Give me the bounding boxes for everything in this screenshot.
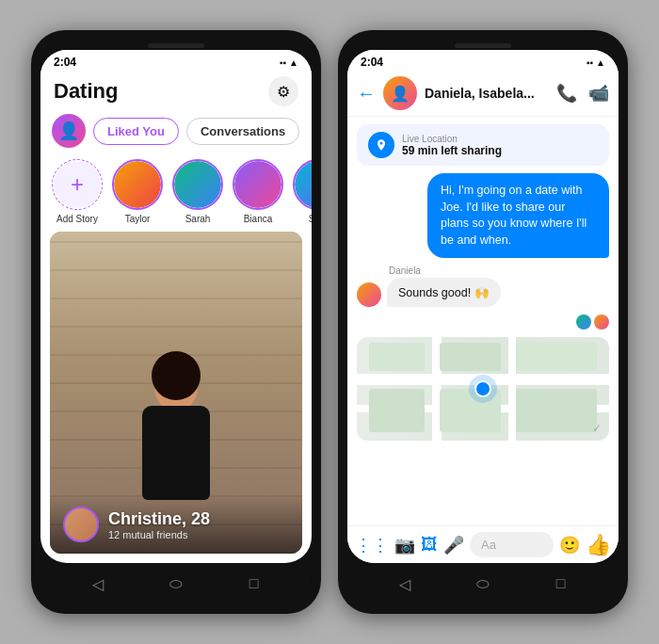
map-road-v2 bbox=[508, 337, 516, 441]
profile-card[interactable]: Christine, 28 12 mutual friends bbox=[50, 232, 302, 554]
story-label-sp: Sp... bbox=[309, 214, 312, 224]
status-time-messenger: 2:04 bbox=[361, 56, 383, 69]
like-button[interactable]: 👍 bbox=[586, 533, 611, 557]
story-circle-bianca bbox=[233, 159, 283, 210]
tab-avatar: 👤 bbox=[52, 114, 86, 148]
tab-conversations[interactable]: Conversations bbox=[186, 118, 299, 145]
map-location-dot bbox=[474, 380, 491, 397]
map-block-4 bbox=[369, 389, 425, 432]
phone-top-notch bbox=[40, 40, 312, 50]
story-label-sarah: Sarah bbox=[185, 214, 211, 224]
battery-icon: ▲ bbox=[289, 57, 298, 68]
story-label-bianca: Bianca bbox=[244, 214, 273, 224]
phone-dating: 2:04 ▪▪ ▲ Dating ⚙ 👤 Liked You Conversat… bbox=[31, 30, 321, 614]
profile-mutual: 12 mutual friends bbox=[108, 529, 210, 540]
back-button[interactable]: ← bbox=[357, 83, 376, 105]
live-location-banner[interactable]: Live Location 59 min left sharing bbox=[357, 124, 609, 166]
map-card[interactable]: ✓ bbox=[357, 337, 609, 441]
message-received: Sounds good! 🙌 bbox=[387, 278, 501, 307]
phone-nav-dating: ◁ ⬭ □ bbox=[40, 563, 312, 604]
story-label-add: Add Story bbox=[56, 214, 98, 224]
story-sarah[interactable]: Sarah bbox=[172, 159, 223, 224]
seen-row bbox=[357, 314, 609, 330]
story-circle-taylor bbox=[112, 159, 163, 210]
signal-icon: ▪▪ bbox=[280, 57, 286, 68]
video-call-button[interactable]: 📹 bbox=[588, 83, 609, 104]
home-nav-button-2[interactable]: ⬭ bbox=[470, 571, 496, 597]
phone-top-notch-2 bbox=[347, 40, 619, 50]
dating-header: Dating ⚙ bbox=[40, 71, 312, 110]
battery-icon-2: ▲ bbox=[596, 57, 605, 68]
location-text: Live Location 59 min left sharing bbox=[402, 134, 502, 157]
phone-messenger: 2:04 ▪▪ ▲ ← 👤 Daniela, Isabela... 📞 📹 bbox=[338, 30, 628, 614]
add-story-circle: + bbox=[52, 159, 103, 210]
status-icons-dating: ▪▪ ▲ bbox=[280, 57, 298, 68]
map-block-1 bbox=[369, 343, 425, 372]
location-time: 59 min left sharing bbox=[402, 144, 502, 157]
contact-name: Daniela, Isabela... bbox=[425, 86, 549, 101]
input-placeholder: Aa bbox=[481, 538, 496, 552]
phone-nav-messenger: ◁ ⬭ □ bbox=[347, 563, 619, 604]
recents-nav-button[interactable]: □ bbox=[241, 571, 267, 597]
profile-name: Christine, 28 bbox=[108, 509, 210, 529]
apps-icon[interactable]: ⋮⋮ bbox=[355, 535, 389, 555]
tabs-row: 👤 Liked You Conversations bbox=[40, 110, 312, 153]
speaker-bar-2 bbox=[455, 43, 511, 48]
map-check-icon: ✓ bbox=[592, 422, 602, 435]
add-plus-icon: + bbox=[54, 161, 101, 208]
map-block-2 bbox=[440, 343, 500, 372]
message-input[interactable]: Aa bbox=[470, 532, 554, 557]
location-icon bbox=[368, 132, 394, 158]
call-icons: 📞 📹 bbox=[556, 83, 609, 104]
tab-liked-you[interactable]: Liked You bbox=[93, 118, 179, 145]
settings-button[interactable]: ⚙ bbox=[268, 76, 298, 106]
speaker-bar bbox=[148, 43, 204, 48]
back-nav-button-2[interactable]: ◁ bbox=[392, 571, 418, 597]
receiver-avatar bbox=[357, 282, 381, 307]
back-nav-button[interactable]: ◁ bbox=[85, 571, 111, 597]
stories-row: + Add Story Taylor Sarah Bianc bbox=[40, 153, 312, 232]
location-label: Live Location bbox=[402, 134, 502, 144]
story-circle-sarah bbox=[172, 159, 223, 210]
dating-title: Dating bbox=[54, 79, 118, 104]
phone-call-button[interactable]: 📞 bbox=[556, 83, 577, 104]
receiver-bubble-col: Daniela Sounds good! 🙌 bbox=[387, 266, 501, 307]
gallery-icon[interactable]: 🖼 bbox=[421, 535, 438, 555]
messenger-header: ← 👤 Daniela, Isabela... 📞 📹 bbox=[347, 71, 619, 117]
profile-info: Christine, 28 12 mutual friends bbox=[50, 495, 302, 554]
story-sp[interactable]: Sp... bbox=[293, 159, 312, 224]
profile-text: Christine, 28 12 mutual friends bbox=[108, 509, 210, 540]
map-background: ✓ bbox=[357, 337, 609, 441]
message-received-wrap: Daniela Sounds good! 🙌 bbox=[357, 266, 609, 307]
mic-icon[interactable]: 🎤 bbox=[443, 535, 464, 555]
story-label-taylor: Taylor bbox=[125, 214, 151, 224]
camera-icon[interactable]: 📷 bbox=[394, 535, 415, 555]
story-bianca[interactable]: Bianca bbox=[233, 159, 283, 224]
profile-thumbnail bbox=[63, 507, 99, 542]
map-block-3 bbox=[516, 343, 597, 372]
receiver-name: Daniela bbox=[387, 266, 501, 276]
status-bar-messenger: 2:04 ▪▪ ▲ bbox=[347, 50, 619, 71]
seen-avatar-1 bbox=[576, 314, 591, 330]
contact-avatar: 👤 bbox=[383, 76, 417, 110]
story-circle-sp bbox=[293, 159, 312, 210]
map-block-5 bbox=[440, 389, 500, 432]
status-bar-dating: 2:04 ▪▪ ▲ bbox=[40, 50, 312, 71]
gear-icon: ⚙ bbox=[277, 83, 290, 101]
map-block-6 bbox=[516, 389, 597, 432]
message-sent: Hi, I'm going on a date with Joe. I'd li… bbox=[427, 173, 609, 258]
input-bar: ⋮⋮ 📷 🖼 🎤 Aa 🙂 👍 bbox=[347, 525, 619, 563]
story-add[interactable]: + Add Story bbox=[52, 159, 103, 224]
recents-nav-button-2[interactable]: □ bbox=[548, 571, 574, 597]
status-icons-messenger: ▪▪ ▲ bbox=[587, 57, 605, 68]
status-time-dating: 2:04 bbox=[54, 56, 76, 69]
home-nav-button[interactable]: ⬭ bbox=[163, 571, 189, 597]
messages-area: Live Location 59 min left sharing Hi, I'… bbox=[347, 117, 619, 525]
seen-avatar-2 bbox=[594, 314, 609, 330]
emoji-button[interactable]: 🙂 bbox=[559, 535, 580, 555]
signal-icon-2: ▪▪ bbox=[587, 57, 593, 68]
story-taylor[interactable]: Taylor bbox=[112, 159, 163, 224]
